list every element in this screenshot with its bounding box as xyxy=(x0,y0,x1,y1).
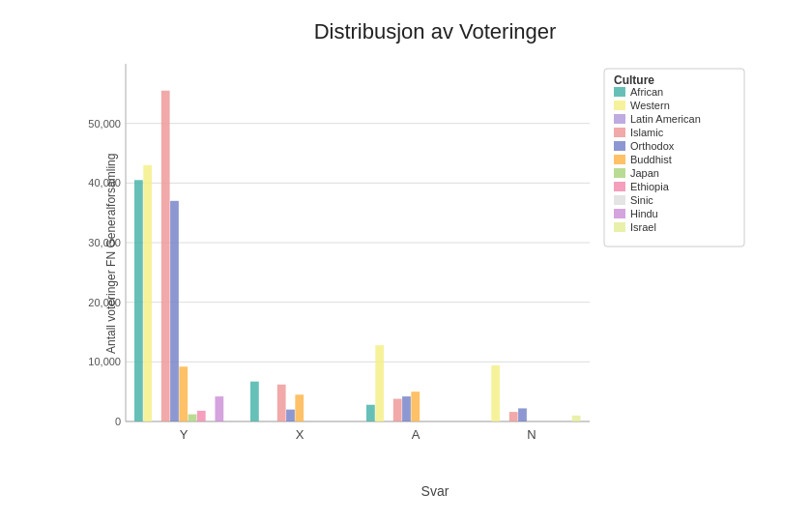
svg-rect-32 xyxy=(411,392,420,421)
svg-rect-25 xyxy=(286,410,295,421)
svg-rect-31 xyxy=(402,396,411,421)
svg-text:Hindu: Hindu xyxy=(630,208,658,219)
svg-text:Y: Y xyxy=(180,427,188,442)
svg-rect-35 xyxy=(509,412,518,421)
chart-area: Antall voteringer FN Generalforsamling S… xyxy=(77,54,793,460)
svg-text:N: N xyxy=(527,427,536,442)
svg-rect-15 xyxy=(143,165,152,421)
svg-rect-61 xyxy=(614,222,625,232)
chart-svg: 010,00020,00030,00040,00050,000YXANCultu… xyxy=(77,54,793,460)
svg-rect-21 xyxy=(215,396,223,421)
svg-text:African: African xyxy=(630,86,663,98)
svg-rect-29 xyxy=(375,345,384,421)
svg-rect-47 xyxy=(614,128,625,137)
svg-rect-45 xyxy=(614,114,625,124)
svg-text:Ethiopia: Ethiopia xyxy=(630,181,670,192)
svg-rect-43 xyxy=(614,101,625,110)
svg-rect-55 xyxy=(614,182,625,191)
x-axis-label: Svar xyxy=(421,483,450,499)
svg-rect-16 xyxy=(161,91,170,421)
svg-rect-18 xyxy=(179,366,188,421)
svg-text:Israel: Israel xyxy=(630,221,656,233)
svg-rect-37 xyxy=(572,416,581,421)
svg-text:Islamic: Islamic xyxy=(630,127,664,138)
svg-rect-41 xyxy=(614,87,625,97)
svg-rect-26 xyxy=(295,394,304,421)
chart-title: Distribusjon av Voteringer xyxy=(77,19,793,44)
svg-rect-36 xyxy=(518,408,527,421)
svg-rect-57 xyxy=(614,195,625,205)
svg-text:10,000: 10,000 xyxy=(88,356,121,367)
svg-text:Japan: Japan xyxy=(630,167,659,179)
svg-rect-19 xyxy=(188,415,197,421)
svg-rect-59 xyxy=(614,209,625,218)
svg-text:50,000: 50,000 xyxy=(88,118,121,130)
svg-text:Western: Western xyxy=(630,100,670,111)
svg-text:Orthodox: Orthodox xyxy=(630,140,675,152)
svg-rect-23 xyxy=(250,382,259,421)
svg-rect-14 xyxy=(134,180,143,421)
svg-text:0: 0 xyxy=(115,416,121,427)
svg-text:A: A xyxy=(412,427,420,442)
svg-text:Culture: Culture xyxy=(614,73,654,87)
svg-text:X: X xyxy=(296,427,304,442)
svg-rect-34 xyxy=(491,365,500,421)
svg-text:Sinic: Sinic xyxy=(630,194,653,206)
svg-text:Latin American: Latin American xyxy=(630,113,701,125)
chart-container: Distribusjon av Voteringer Antall voteri… xyxy=(0,0,812,522)
svg-rect-20 xyxy=(197,411,206,421)
y-axis-label: Antall voteringer FN Generalforsamling xyxy=(104,160,118,354)
svg-text:Buddhist: Buddhist xyxy=(630,154,672,165)
svg-rect-17 xyxy=(170,201,179,421)
svg-rect-30 xyxy=(393,399,402,421)
svg-rect-49 xyxy=(614,141,625,151)
svg-rect-51 xyxy=(614,155,625,164)
svg-rect-24 xyxy=(277,385,286,421)
svg-rect-53 xyxy=(614,168,625,178)
svg-rect-28 xyxy=(366,405,375,421)
